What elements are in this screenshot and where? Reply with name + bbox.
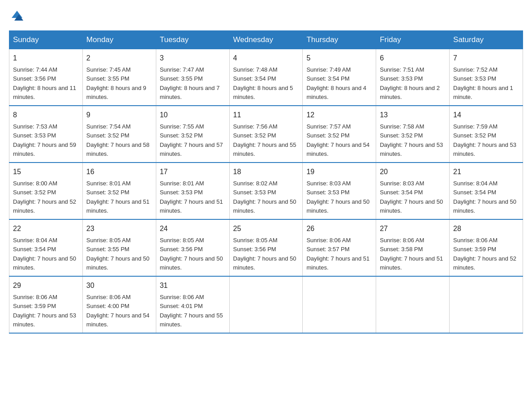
day-info: Sunrise: 7:56 AMSunset: 3:52 PMDaylight:… [233, 123, 296, 157]
calendar-week-5: 29 Sunrise: 8:06 AMSunset: 3:59 PMDaylig… [9, 276, 523, 333]
day-number: 10 [160, 110, 226, 120]
calendar-body: 1 Sunrise: 7:44 AMSunset: 3:56 PMDayligh… [9, 49, 523, 334]
day-info: Sunrise: 8:01 AMSunset: 3:53 PMDaylight:… [160, 180, 223, 214]
day-info: Sunrise: 7:54 AMSunset: 3:52 PMDaylight:… [86, 123, 150, 157]
day-number: 7 [453, 53, 519, 64]
day-number: 6 [380, 53, 446, 64]
day-info: Sunrise: 8:04 AMSunset: 3:54 PMDaylight:… [453, 180, 516, 214]
day-info: Sunrise: 8:04 AMSunset: 3:54 PMDaylight:… [13, 237, 76, 271]
day-info: Sunrise: 8:01 AMSunset: 3:52 PMDaylight:… [86, 180, 150, 214]
day-number: 19 [306, 167, 372, 177]
day-info: Sunrise: 8:05 AMSunset: 3:56 PMDaylight:… [160, 237, 223, 271]
calendar-week-4: 22 Sunrise: 8:04 AMSunset: 3:54 PMDaylig… [9, 219, 523, 276]
day-number: 26 [306, 223, 372, 234]
day-info: Sunrise: 7:51 AMSunset: 3:53 PMDaylight:… [380, 66, 440, 100]
calendar-cell: 5 Sunrise: 7:49 AMSunset: 3:54 PMDayligh… [303, 49, 376, 106]
calendar-cell [450, 276, 523, 333]
day-info: Sunrise: 8:06 AMSunset: 4:01 PMDaylight:… [160, 294, 223, 328]
calendar-cell: 19 Sunrise: 8:03 AMSunset: 3:53 PMDaylig… [303, 163, 376, 219]
day-number: 2 [86, 53, 152, 64]
calendar-cell: 30 Sunrise: 8:06 AMSunset: 4:00 PMDaylig… [82, 276, 156, 333]
day-info: Sunrise: 7:58 AMSunset: 3:52 PMDaylight:… [380, 123, 443, 157]
day-info: Sunrise: 8:06 AMSunset: 3:58 PMDaylight:… [380, 237, 443, 271]
calendar-cell: 18 Sunrise: 8:02 AMSunset: 3:53 PMDaylig… [229, 163, 303, 219]
weekday-header-monday: Monday [82, 31, 156, 49]
weekday-header-sunday: Sunday [9, 31, 83, 49]
day-number: 16 [86, 167, 152, 177]
calendar-cell: 28 Sunrise: 8:06 AMSunset: 3:59 PMDaylig… [450, 219, 523, 276]
day-number: 24 [160, 223, 226, 234]
day-info: Sunrise: 8:02 AMSunset: 3:53 PMDaylight:… [233, 180, 296, 214]
calendar-cell: 23 Sunrise: 8:05 AMSunset: 3:55 PMDaylig… [82, 219, 156, 276]
weekday-header-thursday: Thursday [303, 31, 376, 49]
day-info: Sunrise: 7:47 AMSunset: 3:55 PMDaylight:… [160, 66, 220, 100]
day-number: 30 [86, 280, 152, 291]
day-info: Sunrise: 8:06 AMSunset: 3:59 PMDaylight:… [453, 237, 516, 271]
calendar-cell: 27 Sunrise: 8:06 AMSunset: 3:58 PMDaylig… [376, 219, 450, 276]
calendar-cell: 14 Sunrise: 7:59 AMSunset: 3:52 PMDaylig… [450, 106, 523, 163]
calendar-week-3: 15 Sunrise: 8:00 AMSunset: 3:52 PMDaylig… [9, 163, 523, 219]
calendar-cell: 22 Sunrise: 8:04 AMSunset: 3:54 PMDaylig… [9, 219, 83, 276]
day-info: Sunrise: 8:05 AMSunset: 3:55 PMDaylight:… [86, 237, 150, 271]
calendar-cell: 21 Sunrise: 8:04 AMSunset: 3:54 PMDaylig… [450, 163, 523, 219]
calendar-cell: 25 Sunrise: 8:05 AMSunset: 3:56 PMDaylig… [229, 219, 303, 276]
day-number: 31 [160, 280, 226, 291]
day-number: 18 [233, 167, 299, 177]
day-number: 20 [380, 167, 446, 177]
day-info: Sunrise: 7:44 AMSunset: 3:56 PMDaylight:… [13, 66, 76, 100]
day-number: 1 [13, 53, 79, 64]
calendar-cell: 4 Sunrise: 7:48 AMSunset: 3:54 PMDayligh… [229, 49, 303, 106]
page-header [9, 9, 523, 23]
calendar-cell: 31 Sunrise: 8:06 AMSunset: 4:01 PMDaylig… [156, 276, 229, 333]
day-number: 4 [233, 53, 299, 64]
calendar-cell: 12 Sunrise: 7:57 AMSunset: 3:52 PMDaylig… [303, 106, 376, 163]
calendar-cell: 29 Sunrise: 8:06 AMSunset: 3:59 PMDaylig… [9, 276, 83, 333]
calendar-week-2: 8 Sunrise: 7:53 AMSunset: 3:53 PMDayligh… [9, 106, 523, 163]
day-number: 25 [233, 223, 299, 234]
weekday-header-tuesday: Tuesday [156, 31, 229, 49]
day-number: 12 [306, 110, 372, 120]
day-info: Sunrise: 7:52 AMSunset: 3:53 PMDaylight:… [453, 66, 513, 100]
day-number: 15 [13, 167, 79, 177]
day-number: 21 [453, 167, 519, 177]
day-info: Sunrise: 7:55 AMSunset: 3:52 PMDaylight:… [160, 123, 223, 157]
calendar-cell [303, 276, 376, 333]
calendar-cell: 15 Sunrise: 8:00 AMSunset: 3:52 PMDaylig… [9, 163, 83, 219]
calendar-cell: 13 Sunrise: 7:58 AMSunset: 3:52 PMDaylig… [376, 106, 450, 163]
weekday-header-wednesday: Wednesday [229, 31, 303, 49]
day-number: 23 [86, 223, 152, 234]
day-info: Sunrise: 7:45 AMSunset: 3:55 PMDaylight:… [86, 66, 146, 100]
calendar-cell: 10 Sunrise: 7:55 AMSunset: 3:52 PMDaylig… [156, 106, 229, 163]
day-info: Sunrise: 8:06 AMSunset: 3:59 PMDaylight:… [13, 294, 76, 328]
calendar-cell: 17 Sunrise: 8:01 AMSunset: 3:53 PMDaylig… [156, 163, 229, 219]
day-info: Sunrise: 8:03 AMSunset: 3:53 PMDaylight:… [306, 180, 369, 214]
day-number: 29 [13, 280, 79, 291]
logo-icon [10, 9, 24, 23]
svg-marker-0 [12, 11, 22, 18]
calendar-cell: 9 Sunrise: 7:54 AMSunset: 3:52 PMDayligh… [82, 106, 156, 163]
weekday-header-friday: Friday [376, 31, 450, 49]
day-number: 17 [160, 167, 226, 177]
calendar-table: SundayMondayTuesdayWednesdayThursdayFrid… [9, 30, 523, 334]
day-number: 22 [13, 223, 79, 234]
day-number: 27 [380, 223, 446, 234]
day-number: 8 [13, 110, 79, 120]
calendar-cell: 20 Sunrise: 8:03 AMSunset: 3:54 PMDaylig… [376, 163, 450, 219]
calendar-header: SundayMondayTuesdayWednesdayThursdayFrid… [9, 31, 523, 49]
day-info: Sunrise: 8:06 AMSunset: 3:57 PMDaylight:… [306, 237, 369, 271]
calendar-cell [229, 276, 303, 333]
day-number: 11 [233, 110, 299, 120]
calendar-cell: 2 Sunrise: 7:45 AMSunset: 3:55 PMDayligh… [82, 49, 156, 106]
calendar-cell: 6 Sunrise: 7:51 AMSunset: 3:53 PMDayligh… [376, 49, 450, 106]
day-info: Sunrise: 8:06 AMSunset: 4:00 PMDaylight:… [86, 294, 150, 328]
day-info: Sunrise: 7:48 AMSunset: 3:54 PMDaylight:… [233, 66, 293, 100]
day-number: 9 [86, 110, 152, 120]
day-number: 3 [160, 53, 226, 64]
day-info: Sunrise: 7:59 AMSunset: 3:52 PMDaylight:… [453, 123, 516, 157]
calendar-cell: 3 Sunrise: 7:47 AMSunset: 3:55 PMDayligh… [156, 49, 229, 106]
logo [9, 9, 25, 23]
day-number: 5 [306, 53, 372, 64]
calendar-cell: 8 Sunrise: 7:53 AMSunset: 3:53 PMDayligh… [9, 106, 83, 163]
calendar-cell: 7 Sunrise: 7:52 AMSunset: 3:53 PMDayligh… [450, 49, 523, 106]
weekday-header-saturday: Saturday [450, 31, 523, 49]
